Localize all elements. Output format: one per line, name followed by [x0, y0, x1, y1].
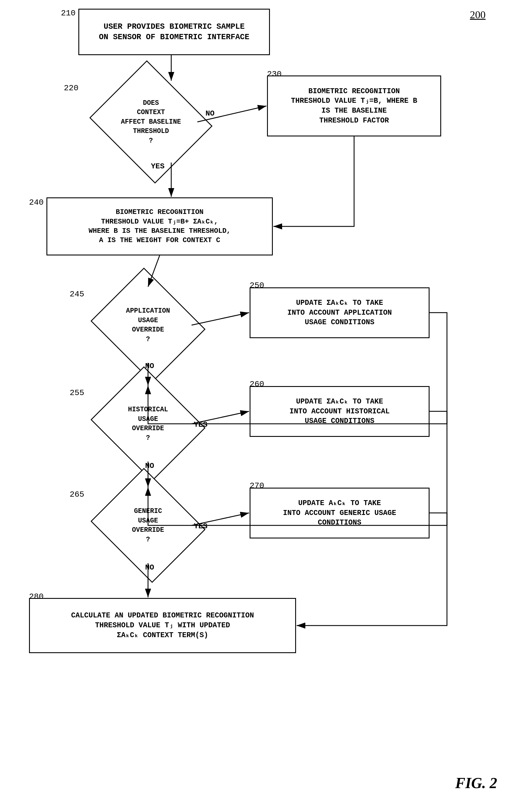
diamond-text-255: HISTORICAL USAGE OVERRIDE ?	[126, 402, 170, 445]
ref-255: 255	[70, 389, 84, 397]
svg-line-5	[192, 313, 249, 325]
label-yes-265: YES	[194, 522, 207, 531]
ref-280: 280	[29, 592, 44, 601]
node-260: UPDATE ΣAₖCₖ TO TAKE INTO ACCOUNT HISTOR…	[250, 386, 430, 437]
node-220: DOES CONTEXT AFFECT BASELINE THRESHOLD ?	[104, 81, 198, 162]
diamond-text-265: GENERIC USAGE OVERRIDE ?	[130, 504, 166, 547]
label-yes-220: YES	[151, 162, 165, 171]
label-no-220: NO	[205, 109, 214, 118]
diamond-text-245: APPLICATION USAGE OVERRIDE ?	[124, 304, 172, 346]
label-no-255: NO	[145, 462, 154, 470]
ref-245: 245	[70, 290, 84, 299]
ref-260: 260	[250, 380, 264, 389]
label-no-245: NO	[145, 362, 154, 371]
ref-230: 230	[267, 70, 281, 79]
node-240: BIOMETRIC RECOGNITION THRESHOLD VALUE Tⱼ…	[47, 197, 273, 255]
ref-220: 220	[64, 84, 79, 92]
ref-240: 240	[29, 198, 44, 207]
node-270: UPDATE AₖCₖ TO TAKE INTO ACCOUNT GENERIC…	[250, 488, 430, 538]
label-no-265: NO	[145, 563, 154, 572]
diamond-text-220: DOES CONTEXT AFFECT BASELINE THRESHOLD ?	[118, 96, 183, 148]
ref-210: 210	[61, 9, 75, 18]
label-yes-255: YES	[194, 420, 207, 429]
node-265: GENERIC USAGE OVERRIDE ?	[104, 488, 192, 563]
figure-label: FIG. 2	[456, 774, 497, 792]
ref-265: 265	[70, 490, 84, 499]
ref-270: 270	[250, 481, 264, 490]
node-280: CALCULATE AN UPDATED BIOMETRIC RECOGNITI…	[29, 598, 296, 653]
node-255: HISTORICAL USAGE OVERRIDE ?	[104, 386, 192, 462]
figure-number: 200	[470, 9, 485, 21]
node-210: USER PROVIDES BIOMETRIC SAMPLE ON SENSOR…	[79, 9, 270, 55]
diagram-container: 200 USER PROVIDES BIOMETRIC SAMPLE ON SE…	[0, 0, 532, 809]
node-245: APPLICATION USAGE OVERRIDE ?	[104, 287, 192, 363]
ref-250: 250	[250, 281, 264, 290]
node-230: BIOMETRIC RECOGNITION THRESHOLD VALUE Tⱼ…	[267, 75, 441, 136]
node-250: UPDATE ΣAₖCₖ TO TAKE INTO ACCOUNT APPLIC…	[250, 287, 430, 338]
